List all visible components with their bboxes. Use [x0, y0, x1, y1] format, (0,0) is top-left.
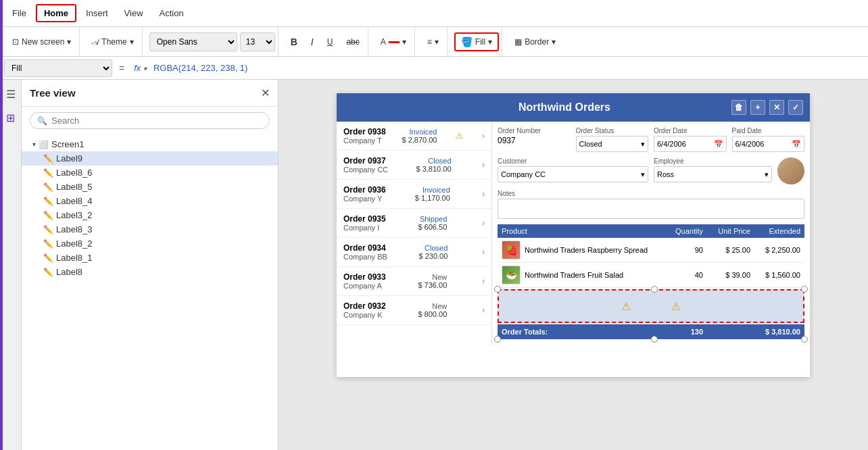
order-item-0934[interactable]: Order 0934 Company BB Closed $ 230.00 ›	[337, 238, 491, 267]
chevron-right-icon-0933: ›	[482, 276, 485, 286]
label-edit-icon-6: ✏️	[43, 225, 53, 234]
app-title: Northwind Orders	[397, 101, 731, 114]
tree-item-label8-2[interactable]: ✏️ Label8_2	[22, 236, 278, 251]
menu-insert[interactable]: Insert	[79, 5, 115, 21]
order-status-0932: New	[418, 302, 447, 310]
tree-item-label8-1[interactable]: ✏️ Label8_1	[22, 251, 278, 265]
employee-select[interactable]: Ross ▾	[654, 166, 772, 182]
col-extended-header: Extended	[753, 227, 800, 235]
menu-home[interactable]: Home	[36, 4, 76, 22]
order-status-0934: Closed	[418, 244, 448, 252]
detail-row-notes: Notes	[498, 190, 804, 219]
tree-label-label9: Label9	[56, 153, 82, 164]
italic-button[interactable]: I	[306, 34, 319, 50]
tree-item-label8[interactable]: ✏️ Label8	[22, 265, 278, 279]
order-item-0936[interactable]: Order 0936 Company Y Invoiced $ 1,170.00…	[337, 180, 491, 209]
tree-close-button[interactable]: ✕	[261, 86, 270, 99]
theme-button[interactable]: 𝒜 Theme ▾	[87, 34, 139, 49]
label-edit-icon-8: ✏️	[43, 253, 53, 263]
bold-button[interactable]: B	[285, 34, 303, 50]
handle-tc[interactable]	[651, 286, 658, 293]
new-screen-button[interactable]: ⊡ New screen ▾	[7, 34, 76, 49]
employee-field: Employee Ross ▾	[654, 157, 804, 184]
border-button[interactable]: ▦ Border ▾	[509, 34, 561, 49]
order-list: Order 0938 Company T Invoiced $ 2,870.00…	[337, 122, 492, 345]
order-date-input[interactable]: 6/4/2006 📅	[654, 136, 727, 152]
label-edit-icon-9: ✏️	[43, 268, 53, 277]
handle-bc[interactable]	[651, 336, 658, 343]
handle-br[interactable]	[801, 336, 808, 343]
label-edit-icon-3: ✏️	[43, 182, 53, 192]
customer-select[interactable]: Company CC ▾	[498, 166, 648, 182]
new-screen-chevron-icon: ▾	[67, 37, 71, 47]
layers-icon[interactable]: ⊞	[3, 109, 18, 127]
tree-item-label8-4[interactable]: ✏️ Label8_4	[22, 194, 278, 208]
notes-input[interactable]	[498, 199, 804, 219]
order-status-select[interactable]: Closed ▾	[576, 136, 649, 152]
detail-row-1: Order Number 0937 Order Status Closed ▾ …	[498, 127, 804, 152]
fill-chevron-icon: ▾	[488, 37, 492, 47]
tree-item-screen1[interactable]: ▾ ⬜ Screen1	[22, 137, 278, 151]
product-table: Product Quantity Unit Price Extended 🍓 N…	[498, 224, 804, 339]
order-item-0932[interactable]: Order 0932 Company K New $ 800.00 ›	[337, 296, 491, 325]
label-edit-icon-2: ✏️	[43, 168, 53, 178]
font-color-button[interactable]: A ▾	[375, 34, 412, 49]
order-amount-0937: $ 3,810.00	[416, 165, 452, 173]
menu-view[interactable]: View	[118, 5, 150, 21]
tree-item-label3-2[interactable]: ✏️ Label3_2	[22, 208, 278, 222]
calendar-icon-paid: 📅	[792, 140, 801, 149]
order-status-0937: Closed	[416, 157, 452, 165]
product-thumb-1: 🍓	[502, 241, 521, 259]
tree-label-label3-2: Label3_2	[56, 210, 93, 220]
order-item-0935[interactable]: Order 0935 Company I Shipped $ 606.50 ›	[337, 209, 491, 238]
totals-extended: $ 3,810.00	[753, 328, 800, 336]
order-id-0934: Order 0934	[343, 243, 387, 253]
tree-item-label8-3[interactable]: ✏️ Label8_3	[22, 222, 278, 236]
tree-item-label8-6[interactable]: ✏️ Label8_6	[22, 166, 278, 180]
search-input[interactable]	[51, 116, 262, 126]
menu-action[interactable]: Action	[153, 5, 191, 21]
align-chevron-icon: ▾	[435, 37, 439, 47]
col-price-header: Unit Price	[706, 227, 753, 235]
product-row-1[interactable]: 🍓 Northwind Traders Raspberry Spread 90 …	[498, 238, 804, 263]
screen-icon: ⬜	[39, 140, 49, 149]
customer-field: Customer Company CC ▾	[498, 157, 648, 184]
menu-file[interactable]: File	[5, 5, 33, 21]
handle-tr[interactable]	[801, 286, 808, 293]
handle-bl[interactable]	[494, 336, 501, 343]
handle-tl[interactable]	[494, 286, 501, 293]
selected-fill-region[interactable]: ⚠ ⚠	[498, 289, 804, 323]
main-content: ☰ ⊞ Tree view ✕ 🔍 ▾ ⬜ Screen1 ✏️ Label9	[0, 80, 868, 450]
formula-fx-chevron-icon: ▾	[143, 65, 147, 72]
order-date-field: Order Date 6/4/2006 📅	[654, 127, 727, 152]
tree-search-box: 🔍	[30, 112, 270, 129]
customer-label: Customer	[498, 157, 648, 165]
tree-item-label9[interactable]: ✏️ Label9	[22, 151, 278, 166]
font-size-select[interactable]: 13	[240, 32, 275, 51]
app-close-icon[interactable]: ✕	[769, 100, 784, 115]
font-family-select[interactable]: Open Sans	[149, 32, 237, 51]
order-amount-0938: $ 2,870.00	[402, 136, 437, 144]
hamburger-icon[interactable]: ☰	[3, 85, 18, 103]
paid-date-input[interactable]: 6/4/2006 📅	[732, 136, 805, 152]
product-row-2[interactable]: 🥗 Northwind Traders Fruit Salad 40 $ 39.…	[498, 263, 804, 288]
align-button[interactable]: ≡ ▾	[422, 34, 444, 49]
strikethrough-button[interactable]: abc	[341, 34, 364, 49]
app-add-icon[interactable]: +	[750, 100, 765, 115]
formula-property-select[interactable]: Fill	[4, 59, 112, 77]
tree-item-label8-5[interactable]: ✏️ Label8_5	[22, 180, 278, 194]
underline-button[interactable]: U	[322, 34, 339, 49]
order-item-0933[interactable]: Order 0933 Company A New $ 736.00 ›	[337, 267, 491, 296]
calendar-icon-order: 📅	[714, 140, 723, 149]
order-amount-0936: $ 1,170.00	[415, 194, 450, 202]
order-item-0938[interactable]: Order 0938 Company T Invoiced $ 2,870.00…	[337, 122, 491, 151]
fill-button[interactable]: 🪣 Fill ▾	[454, 32, 499, 51]
order-item-0937[interactable]: Order 0937 Company CC Closed $ 3,810.00 …	[337, 151, 491, 180]
app-check-icon[interactable]: ✓	[788, 100, 803, 115]
tree-label-screen1: Screen1	[51, 139, 84, 149]
tree-title: Tree view	[30, 87, 76, 99]
totals-price-spacer	[706, 328, 753, 336]
formula-value: RGBA(214, 223, 238, 1)	[153, 63, 247, 73]
product-name-2: Northwind Traders Fruit Salad	[525, 271, 665, 279]
app-delete-icon[interactable]: 🗑	[731, 100, 746, 115]
